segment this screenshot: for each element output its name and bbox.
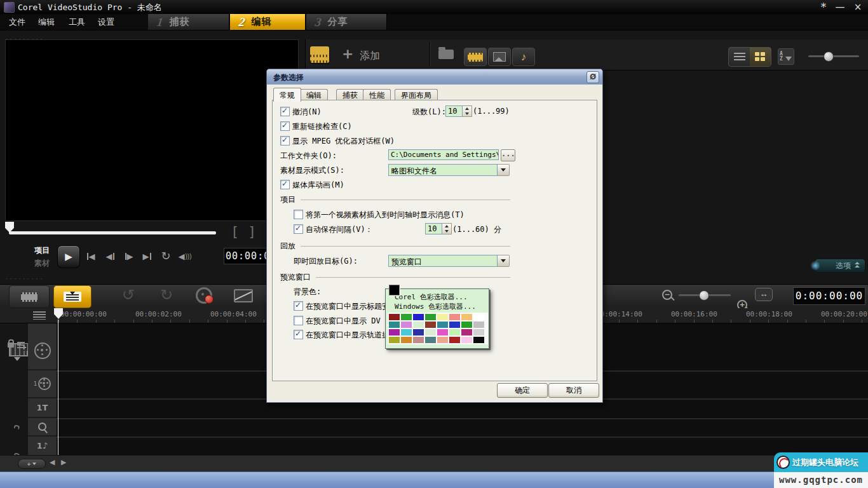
timeline-view-button[interactable] <box>53 285 92 308</box>
tab-general[interactable]: 常规 <box>273 88 301 102</box>
color-swatch[interactable] <box>461 322 472 328</box>
color-swatch[interactable] <box>461 337 472 343</box>
color-swatch[interactable] <box>461 329 472 336</box>
color-swatch[interactable] <box>413 337 424 343</box>
menu-tools[interactable]: 工具 <box>69 17 85 28</box>
overlay-track-header[interactable]: 1 <box>28 370 57 398</box>
options-button[interactable]: 选项 <box>815 259 865 273</box>
chapter-list-icon[interactable] <box>33 311 46 320</box>
list-view-button[interactable] <box>729 48 750 66</box>
ui-switch-icon[interactable]: * <box>817 0 830 13</box>
undo-button[interactable]: ↺ <box>122 286 135 304</box>
scroll-left-button[interactable]: ◀ <box>50 458 55 466</box>
color-swatch[interactable] <box>461 314 472 320</box>
color-swatch[interactable] <box>425 314 436 320</box>
dropdown-arrow[interactable] <box>498 164 510 176</box>
levels-value[interactable]: 10 <box>445 105 463 117</box>
spin-up-button[interactable] <box>463 106 471 111</box>
mpeg-checkbox[interactable] <box>280 136 290 146</box>
add-media-button[interactable]: 添加 <box>360 50 380 63</box>
step-tab-share[interactable]: 3 分享 <box>306 14 387 30</box>
undo-checkbox[interactable] <box>280 107 290 116</box>
color-swatch[interactable] <box>473 314 484 320</box>
dropdown-arrow[interactable] <box>498 255 510 267</box>
menu-file[interactable]: 文件 <box>9 17 25 28</box>
minimize-button[interactable]: — <box>834 1 846 13</box>
titlesafe-checkbox[interactable] <box>294 301 303 311</box>
cancel-button[interactable]: 取消 <box>548 383 599 398</box>
ride-lock-control[interactable] <box>8 342 25 348</box>
color-swatch[interactable] <box>401 337 412 343</box>
thumbnail-size-slider-knob[interactable] <box>824 51 834 62</box>
redo-button[interactable]: ↻ <box>160 286 173 304</box>
folder-icon[interactable] <box>438 50 454 59</box>
go-end-button[interactable]: ▶ <box>139 248 155 264</box>
scrubber-bar[interactable] <box>9 231 216 234</box>
ok-button[interactable]: 确定 <box>497 383 548 398</box>
color-swatch[interactable] <box>401 329 412 336</box>
zoom-out-button[interactable]: − <box>662 290 672 300</box>
color-swatch[interactable] <box>389 322 400 328</box>
color-swatch[interactable] <box>389 337 400 343</box>
color-swatch[interactable] <box>425 337 436 343</box>
music-track-header[interactable]: 1♪ <box>28 437 57 455</box>
fit-timeline-button[interactable]: ↔ <box>755 288 773 301</box>
repeat-button[interactable]: ↻ <box>158 248 174 264</box>
levels-spinner[interactable]: 10 <box>445 105 472 117</box>
color-swatch[interactable] <box>437 314 448 320</box>
dialog-title-bar[interactable]: 参数选择 Ø <box>267 69 602 85</box>
volume-button[interactable]: ◀))) <box>177 248 193 264</box>
color-swatch[interactable] <box>425 322 436 328</box>
thumbnail-size-slider[interactable] <box>808 55 859 57</box>
color-swatch[interactable] <box>449 314 460 320</box>
title-track-header[interactable]: 1T <box>28 398 57 418</box>
color-swatch[interactable] <box>449 322 460 328</box>
project-mode-toggle[interactable]: 项目 <box>34 245 50 256</box>
libanim-checkbox[interactable] <box>280 180 290 189</box>
color-swatch[interactable] <box>389 329 400 336</box>
autosave-spinner[interactable]: 10 <box>425 223 452 234</box>
relink-checkbox[interactable] <box>280 121 290 131</box>
sort-button[interactable]: A Z <box>778 48 794 65</box>
color-swatch[interactable] <box>473 322 484 328</box>
close-button[interactable]: × <box>851 1 864 13</box>
autosave-checkbox[interactable] <box>294 224 303 234</box>
color-swatch[interactable] <box>425 329 436 336</box>
workfolder-field[interactable]: C:\Documents and Settings\用 <box>388 149 499 160</box>
color-swatch[interactable] <box>449 337 460 343</box>
playback-target-combo[interactable]: 预览窗口 <box>388 255 510 267</box>
color-swatch[interactable] <box>473 329 484 336</box>
timeline-zoom-slider-knob[interactable] <box>699 290 709 301</box>
filter-video-button[interactable] <box>464 48 487 66</box>
spin-down-button[interactable] <box>442 229 451 234</box>
insertmsg-checkbox[interactable] <box>294 210 303 219</box>
play-button[interactable]: ▶ <box>57 245 80 268</box>
color-swatch[interactable] <box>437 337 448 343</box>
filter-audio-button[interactable]: ♪ <box>512 48 535 66</box>
color-swatch[interactable] <box>413 322 424 328</box>
mark-in-icon[interactable]: [ <box>231 224 239 240</box>
browse-button[interactable]: ... <box>501 149 515 161</box>
color-swatch[interactable] <box>473 337 484 343</box>
media-library-icon[interactable] <box>310 46 329 63</box>
color-swatch[interactable] <box>449 329 460 336</box>
dvtime-checkbox[interactable] <box>294 316 303 325</box>
trackhint-checkbox[interactable] <box>294 330 303 339</box>
color-swatch[interactable] <box>401 322 412 328</box>
color-swatch[interactable] <box>401 314 412 320</box>
clipdisplay-combo[interactable]: 略图和文件名 <box>388 164 510 176</box>
collapse-arrow-icon[interactable] <box>14 357 20 361</box>
storyboard-view-button[interactable] <box>9 285 50 308</box>
scroll-right-button[interactable]: ▶ <box>61 458 66 466</box>
windows-color-picker-item[interactable]: Windows 色彩选取器... <box>395 302 476 311</box>
filter-photo-button[interactable] <box>488 48 511 66</box>
spin-up-button[interactable] <box>442 224 451 229</box>
menu-settings[interactable]: 设置 <box>98 17 114 28</box>
color-swatch[interactable] <box>413 314 424 320</box>
spin-down-button[interactable] <box>463 111 471 116</box>
next-frame-button[interactable]: ▶ <box>121 248 137 264</box>
menu-edit[interactable]: 编辑 <box>38 17 55 28</box>
step-tab-capture[interactable]: 1 捕获 <box>148 14 229 30</box>
step-tab-edit[interactable]: 2 编辑 <box>230 14 306 30</box>
screen-capture-button[interactable] <box>234 289 253 302</box>
